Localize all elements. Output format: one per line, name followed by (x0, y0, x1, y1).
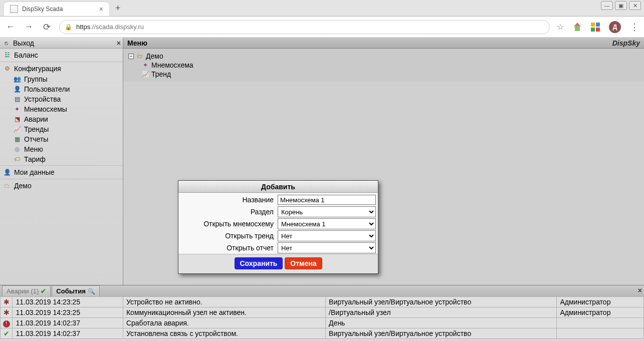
bug-icon: ✱ (3, 308, 11, 316)
sidebar-close-icon[interactable]: × (117, 39, 121, 47)
folder-open-icon: 🗁 (136, 53, 144, 60)
groups-icon: 👥 (13, 76, 21, 83)
tab-alarms[interactable]: Аварии (1) ✔ (2, 285, 51, 296)
cell-time: 11.03.2019 14:02:37 (13, 318, 123, 328)
sidebar-config[interactable]: ⚙ Конфигурация (2, 63, 121, 74)
trend-icon: 📈 (141, 71, 149, 78)
sidebar-item-menu[interactable]: ◎Меню (2, 144, 121, 154)
check-icon: ✔ (41, 287, 46, 295)
window-controls: — ▣ ✕ (601, 1, 641, 10)
sidebar-item-reports[interactable]: ▦Отчеты (2, 134, 121, 144)
menu-icon: ◎ (13, 146, 21, 153)
maximize-icon[interactable]: ▣ (615, 1, 627, 10)
report-icon: ▦ (13, 136, 21, 143)
sidebar-item-tariff[interactable]: 🏷Тариф (2, 154, 121, 164)
address-bar[interactable]: 🔒 https://scada.dispsky.ru (59, 20, 550, 34)
lock-icon: 🔒 (65, 24, 72, 31)
cell-message: Установлена связь с устройством. (123, 328, 325, 339)
cell-source: /Виртуальный узел (326, 307, 557, 318)
folder-icon: 🗀 (3, 182, 11, 189)
user-icon: 👤 (13, 86, 21, 93)
sidebar-item-users[interactable]: 👤Пользователи (2, 84, 121, 94)
menu-tree: − 🗁 Демо ✦ Мнемосхема 📈 Тренд (123, 49, 644, 82)
collapse-icon[interactable]: − (128, 54, 134, 59)
sidebar-item-mnemos[interactable]: ✦Мнемосхемы (2, 104, 121, 114)
device-icon: ▤ (13, 96, 21, 103)
events-panel: Аварии (1) ✔ События 🔍 × ✱11.03.2019 14:… (0, 285, 644, 341)
mnemo-icon: ✦ (141, 62, 149, 69)
sidebar-balance[interactable]: ☳ Баланс (2, 50, 121, 61)
tab-title: DispSky Scada (22, 6, 95, 13)
events-table: ✱11.03.2019 14:23:25Устройство не активн… (0, 296, 644, 339)
cell-time: 11.03.2019 14:02:37 (13, 328, 123, 339)
brand-label: DispSky (612, 39, 640, 47)
apps-extension-icon[interactable] (591, 23, 600, 32)
tree-node-demo[interactable]: − 🗁 Демо (128, 52, 639, 61)
browser-tab[interactable]: DispSky Scada × (4, 2, 109, 16)
profile-avatar[interactable]: Д (609, 21, 621, 33)
sidebar-item-devices[interactable]: ▤Устройства (2, 94, 121, 104)
menu-kebab-icon[interactable]: ⋮ (630, 22, 639, 33)
url-scheme: https (76, 23, 90, 31)
tree-node-trend[interactable]: 📈 Тренд (128, 70, 639, 79)
cell-user: Администратор (557, 307, 644, 318)
error-icon: ! (3, 320, 10, 327)
person-icon: 👤 (3, 169, 11, 176)
minimize-icon[interactable]: — (601, 1, 613, 10)
cell-user (557, 318, 644, 328)
label-open-trend: Открыть тренд (180, 232, 276, 240)
exit-icon: ⎋ (2, 40, 10, 47)
browser-tabstrip: DispSky Scada × + — ▣ ✕ (0, 0, 644, 17)
label-open-report: Открыть отчет (180, 244, 276, 252)
cell-user (557, 328, 644, 339)
home-extension-icon[interactable] (573, 23, 582, 32)
close-window-icon[interactable]: ✕ (629, 1, 641, 10)
reload-icon[interactable]: ⟳ (41, 22, 52, 33)
select-section[interactable]: Корень (278, 206, 376, 217)
table-row[interactable]: !11.03.2019 14:02:37Сработала авария.Ден… (1, 318, 644, 328)
save-button[interactable]: Сохранить (235, 257, 283, 269)
new-tab-button[interactable]: + (115, 2, 121, 16)
table-row[interactable]: ✔11.03.2019 14:02:37Установлена связь с … (1, 328, 644, 339)
sidebar-demo[interactable]: 🗀 Демо (2, 180, 121, 191)
label-name: Название (180, 196, 276, 204)
cell-source: День (326, 318, 557, 328)
sidebar-item-trends[interactable]: 📈Тренды (2, 124, 121, 134)
cell-source: Виртуальный узел/Виртуальное устройство (326, 297, 557, 307)
panel-close-icon[interactable]: × (638, 286, 642, 294)
sidebar-item-groups[interactable]: 👥Группы (2, 74, 121, 84)
cell-message: Устройство не активно. (123, 297, 325, 307)
file-icon (10, 5, 18, 13)
main-header-title: Меню (127, 39, 147, 47)
back-icon[interactable]: ← (5, 22, 16, 32)
gear-icon: ⚙ (3, 65, 11, 72)
select-open-trend[interactable]: Нет (278, 230, 376, 241)
input-name[interactable] (278, 195, 376, 205)
cell-time: 11.03.2019 14:23:25 (13, 307, 123, 318)
sidebar-mydata[interactable]: 👤 Мои данные (2, 167, 121, 178)
sidebar-item-alarms[interactable]: ⬔Аварии (2, 114, 121, 124)
tree-node-mnemo[interactable]: ✦ Мнемосхема (128, 61, 639, 70)
alarm-icon: ⬔ (13, 116, 21, 123)
tab-events[interactable]: События 🔍 (52, 285, 99, 296)
label-open-mnemo: Открыть мнемосхему (180, 220, 276, 228)
sidebar-exit[interactable]: Выход (13, 39, 34, 47)
balance-icon: ☳ (3, 52, 11, 59)
select-open-mnemo[interactable]: Мнемосхема 1 (278, 218, 376, 229)
search-icon: 🔍 (88, 288, 95, 295)
table-row[interactable]: ✱11.03.2019 14:23:25Устройство не активн… (1, 297, 644, 307)
forward-icon[interactable]: → (23, 22, 34, 32)
cancel-button[interactable]: Отмена (285, 257, 322, 269)
cell-source: Виртуальный узел/Виртуальное устройство (326, 328, 557, 339)
table-row[interactable]: ✱11.03.2019 14:23:25Коммуникационный узе… (1, 307, 644, 318)
bookmark-icon[interactable]: ☆ (557, 22, 564, 32)
cell-user: Администратор (557, 297, 644, 307)
select-open-report[interactable]: Нет (278, 242, 376, 253)
url-rest: ://scada.dispsky.ru (90, 23, 144, 31)
trend-icon: 📈 (13, 126, 21, 133)
close-tab-icon[interactable]: × (99, 5, 103, 13)
success-icon: ✔ (3, 329, 11, 337)
label-section: Раздел (180, 208, 276, 216)
tariff-icon: 🏷 (13, 156, 21, 163)
cell-message: Сработала авария. (123, 318, 325, 328)
